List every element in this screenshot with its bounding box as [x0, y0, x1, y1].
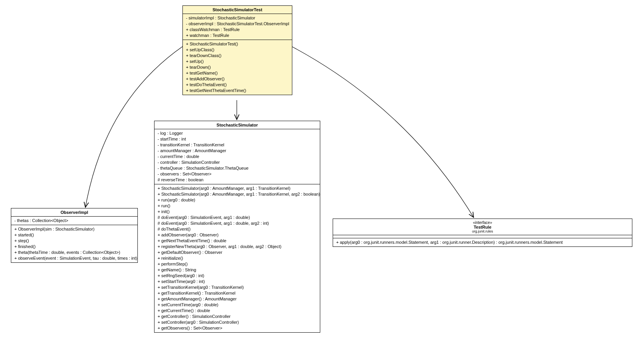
member-line: + StochasticSimulator(arg0 : AmountManag… — [158, 191, 317, 197]
member-line: - thetas : Collection<Object> — [14, 218, 134, 224]
attributes-compartment: - thetas : Collection<Object> — [11, 217, 137, 225]
member-line: + getDefaultObserver() : Observer — [158, 250, 317, 255]
member-line: + observeEvent(event : SimulationEvent, … — [14, 255, 134, 261]
operations-compartment: + StochasticSimulatorTest()+ setUpClass(… — [183, 40, 292, 95]
member-line: + step() — [14, 238, 134, 244]
member-line: + testGetNextThetaEventTime() — [186, 88, 289, 94]
package-label: org.junit.rules — [336, 229, 629, 233]
member-line: + setTransitionKernel(arg0 : TransitionK… — [158, 285, 317, 290]
member-line: + getObservers() : Set<Observer> — [158, 325, 317, 331]
member-line: # doEvent(arg0 : SimulationEvent, arg1 :… — [158, 220, 317, 226]
attributes-compartment: - simulatorImpl : StochasticSimulator- o… — [183, 14, 292, 40]
attributes-compartment — [333, 235, 632, 238]
class-title: «interface» TestRule org.junit.rules — [333, 219, 632, 235]
member-line: + getCurrentTime() : double — [158, 308, 317, 314]
member-line: + ObserverImpl(sim : StochasticSimulator… — [14, 226, 134, 232]
member-line: + tearDown() — [186, 64, 289, 70]
member-line: - startTime : int — [158, 136, 317, 142]
member-line: + theta(thetaTime : double, events : Col… — [14, 250, 134, 255]
member-line: - controller : SimulationController — [158, 160, 317, 165]
member-line: + started() — [14, 232, 134, 238]
member-line: + init() — [158, 209, 317, 215]
connector-layer — [0, 0, 644, 354]
member-line: + registerNewTheta(arg0 : Observer, arg1… — [158, 244, 317, 250]
member-line: + getAmountManager() : AmountManager — [158, 296, 317, 302]
member-line: + setRngSeed(arg0 : int) — [158, 273, 317, 279]
class-title: ObserverImpl — [11, 208, 137, 217]
member-line: # reverseTime : boolean — [158, 177, 317, 183]
stereotype-label: «interface» — [336, 220, 629, 225]
member-line: + getTransitionKernel() : TransitionKern… — [158, 290, 317, 296]
member-line: + StochasticSimulatorTest() — [186, 41, 289, 47]
member-line: + addObserver(arg0 : Observer) — [158, 232, 317, 238]
member-line: + run(arg0 : double) — [158, 197, 317, 203]
member-line: - transitionKernel : TransitionKernel — [158, 142, 317, 148]
member-line: + classWatchman : TestRule — [186, 27, 289, 33]
member-line: # doEvent(arg0 : SimulationEvent, arg1 :… — [158, 215, 317, 220]
member-line: - amountManager : AmountManager — [158, 148, 317, 154]
member-line: + reinitialize() — [158, 255, 317, 261]
member-line: + testDoThetaEvent() — [186, 82, 289, 88]
member-line: + setUp() — [186, 59, 289, 64]
member-line: # doThetaEvent() — [158, 226, 317, 232]
member-line: - log : Logger — [158, 130, 317, 136]
member-line: + performStep() — [158, 261, 317, 267]
member-line: - simulatorImpl : StochasticSimulator — [186, 15, 289, 21]
operations-compartment: + StochasticSimulator(arg0 : AmountManag… — [154, 184, 320, 332]
member-line: - thetaQueue : StochasticSimulator.Theta… — [158, 165, 317, 171]
member-line: + testAddObserver() — [186, 76, 289, 82]
member-line: - observerImpl : StochasticSimulatorTest… — [186, 21, 289, 27]
member-line: + testGetName() — [186, 70, 289, 76]
member-line: + run() — [158, 203, 317, 209]
member-line: + getController() : SimulationController — [158, 314, 317, 319]
class-name: TestRule — [474, 225, 491, 229]
member-line: + StochasticSimulator(arg0 : AmountManag… — [158, 186, 317, 191]
class-stochastic-simulator: StochasticSimulator - log : Logger- star… — [154, 121, 320, 333]
operations-compartment: + apply(arg0 : org.junit.runners.model.S… — [333, 238, 632, 246]
member-line: + getNextThetaEventTime() : double — [158, 238, 317, 244]
operations-compartment: + ObserverImpl(sim : StochasticSimulator… — [11, 225, 137, 262]
member-line: + finished() — [14, 244, 134, 250]
class-test-rule: «interface» TestRule org.junit.rules + a… — [333, 219, 632, 247]
class-title: StochasticSimulator — [154, 121, 320, 129]
member-line: + setController(arg0 : SimulationControl… — [158, 319, 317, 325]
member-line: + watchman : TestRule — [186, 33, 289, 38]
member-line: + getName() : String — [158, 267, 317, 273]
member-line: + setUpClass() — [186, 47, 289, 53]
member-line: - observers : Set<Observer> — [158, 171, 317, 177]
class-title: StochasticSimulatorTest — [183, 6, 292, 14]
member-line: - currentTime : double — [158, 154, 317, 160]
class-observer-impl: ObserverImpl - thetas : Collection<Objec… — [11, 208, 138, 263]
member-line: + tearDownClass() — [186, 53, 289, 59]
member-line: + setCurrentTime(arg0 : double) — [158, 302, 317, 308]
class-stochastic-simulator-test: StochasticSimulatorTest - simulatorImpl … — [182, 5, 292, 95]
attributes-compartment: - log : Logger- startTime : int- transit… — [154, 129, 320, 184]
member-line: + apply(arg0 : org.junit.runners.model.S… — [336, 239, 629, 245]
member-line: + setStartTime(arg0 : int) — [158, 279, 317, 285]
